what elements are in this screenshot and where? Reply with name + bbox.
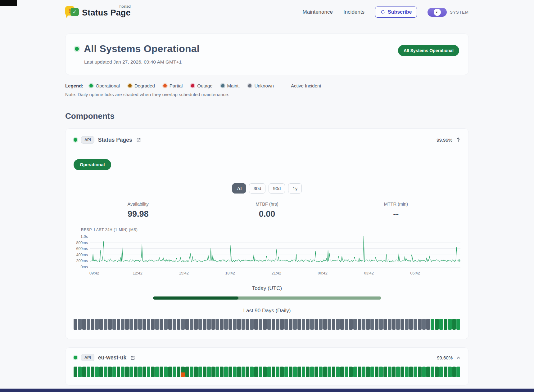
uptime-day-tick[interactable] xyxy=(229,367,232,377)
uptime-day-tick[interactable] xyxy=(456,367,460,377)
expand-chevron-icon[interactable] xyxy=(456,356,460,359)
uptime-day-tick[interactable] xyxy=(422,319,426,330)
uptime-day-tick[interactable] xyxy=(185,367,189,377)
uptime-day-tick[interactable] xyxy=(250,319,254,330)
uptime-day-tick[interactable] xyxy=(336,367,340,377)
uptime-day-tick[interactable] xyxy=(151,319,155,330)
uptime-day-tick[interactable] xyxy=(125,367,129,377)
nav-incidents[interactable]: Incidents xyxy=(343,9,364,15)
uptime-day-tick[interactable] xyxy=(315,319,318,330)
uptime-day-tick[interactable] xyxy=(207,319,211,330)
uptime-day-tick[interactable] xyxy=(405,319,409,330)
range-button-30d[interactable]: 30d xyxy=(249,183,265,194)
uptime-day-tick[interactable] xyxy=(99,319,103,330)
range-button-1y[interactable]: 1y xyxy=(288,183,302,194)
uptime-day-tick[interactable] xyxy=(194,367,198,377)
uptime-day-tick[interactable] xyxy=(392,367,396,377)
uptime-day-tick[interactable] xyxy=(319,367,323,377)
uptime-day-tick[interactable] xyxy=(82,319,86,330)
nav-maintenance[interactable]: Maintenance xyxy=(303,9,333,15)
uptime-day-tick[interactable] xyxy=(259,367,262,377)
uptime-day-tick[interactable] xyxy=(392,319,396,330)
uptime-day-tick[interactable] xyxy=(358,367,361,377)
uptime-day-tick[interactable] xyxy=(224,319,228,330)
uptime-day-tick[interactable] xyxy=(396,367,400,377)
uptime-day-tick[interactable] xyxy=(345,367,348,377)
uptime-day-tick[interactable] xyxy=(297,319,301,330)
uptime-day-tick[interactable] xyxy=(418,319,422,330)
uptime-day-tick[interactable] xyxy=(452,319,456,330)
uptime-day-tick[interactable] xyxy=(190,367,193,377)
uptime-day-tick[interactable] xyxy=(276,319,279,330)
uptime-day-tick[interactable] xyxy=(134,367,138,377)
uptime-day-tick[interactable] xyxy=(173,367,176,377)
uptime-day-tick[interactable] xyxy=(310,319,314,330)
uptime-day-tick[interactable] xyxy=(112,319,116,330)
uptime-day-tick[interactable] xyxy=(220,319,224,330)
uptime-day-tick[interactable] xyxy=(370,367,374,377)
uptime-day-tick[interactable] xyxy=(328,319,331,330)
uptime-day-tick[interactable] xyxy=(168,319,172,330)
uptime-day-tick[interactable] xyxy=(87,319,90,330)
uptime-day-tick[interactable] xyxy=(444,367,447,377)
uptime-day-tick[interactable] xyxy=(409,319,413,330)
uptime-day-tick[interactable] xyxy=(194,319,198,330)
uptime-day-tick[interactable] xyxy=(267,319,271,330)
uptime-day-tick[interactable] xyxy=(456,319,460,330)
uptime-day-tick[interactable] xyxy=(284,319,288,330)
uptime-day-tick[interactable] xyxy=(319,319,323,330)
uptime-day-tick[interactable] xyxy=(78,367,82,377)
uptime-day-tick[interactable] xyxy=(215,367,219,377)
range-button-90d[interactable]: 90d xyxy=(269,183,285,194)
uptime-day-tick[interactable] xyxy=(173,319,176,330)
uptime-day-tick[interactable] xyxy=(91,367,94,377)
uptime-day-tick[interactable] xyxy=(246,319,249,330)
uptime-day-tick[interactable] xyxy=(117,319,120,330)
uptime-day-tick[interactable] xyxy=(74,319,77,330)
uptime-day-tick[interactable] xyxy=(74,367,77,377)
uptime-day-tick[interactable] xyxy=(302,319,305,330)
uptime-day-tick[interactable] xyxy=(168,367,172,377)
uptime-day-tick[interactable] xyxy=(242,367,245,377)
uptime-day-tick[interactable] xyxy=(272,367,275,377)
uptime-day-tick[interactable] xyxy=(340,367,344,377)
uptime-day-tick[interactable] xyxy=(177,319,181,330)
uptime-day-tick[interactable] xyxy=(426,367,430,377)
uptime-day-tick[interactable] xyxy=(414,367,417,377)
uptime-day-tick[interactable] xyxy=(323,367,327,377)
uptime-day-tick[interactable] xyxy=(375,367,378,377)
uptime-day-tick[interactable] xyxy=(448,367,452,377)
uptime-day-tick[interactable] xyxy=(164,319,168,330)
uptime-day-tick[interactable] xyxy=(284,367,288,377)
uptime-day-tick[interactable] xyxy=(375,319,378,330)
uptime-day-tick[interactable] xyxy=(353,367,357,377)
theme-toggle[interactable]: ◐ xyxy=(428,8,447,17)
uptime-day-tick[interactable] xyxy=(349,319,353,330)
uptime-day-tick[interactable] xyxy=(203,319,206,330)
uptime-day-tick[interactable] xyxy=(78,319,82,330)
uptime-day-tick[interactable] xyxy=(211,319,215,330)
uptime-day-tick[interactable] xyxy=(362,319,366,330)
uptime-day-tick[interactable] xyxy=(185,319,189,330)
external-link-icon[interactable] xyxy=(130,355,135,360)
uptime-day-tick[interactable] xyxy=(112,367,116,377)
uptime-day-tick[interactable] xyxy=(306,367,310,377)
uptime-day-tick[interactable] xyxy=(160,367,163,377)
uptime-day-tick[interactable] xyxy=(293,319,297,330)
uptime-day-tick[interactable] xyxy=(272,319,275,330)
uptime-day-tick[interactable] xyxy=(82,367,86,377)
uptime-day-tick[interactable] xyxy=(138,367,142,377)
uptime-day-tick[interactable] xyxy=(233,319,237,330)
uptime-day-tick[interactable] xyxy=(125,319,129,330)
uptime-day-tick[interactable] xyxy=(108,319,112,330)
uptime-day-tick[interactable] xyxy=(414,319,417,330)
uptime-day-tick[interactable] xyxy=(353,319,357,330)
uptime-day-tick[interactable] xyxy=(383,319,387,330)
uptime-day-tick[interactable] xyxy=(250,367,254,377)
uptime-day-tick[interactable] xyxy=(409,367,413,377)
uptime-day-tick[interactable] xyxy=(155,319,159,330)
uptime-day-tick[interactable] xyxy=(242,319,245,330)
uptime-day-tick[interactable] xyxy=(452,367,456,377)
uptime-day-tick[interactable] xyxy=(383,367,387,377)
external-link-icon[interactable] xyxy=(136,137,141,143)
